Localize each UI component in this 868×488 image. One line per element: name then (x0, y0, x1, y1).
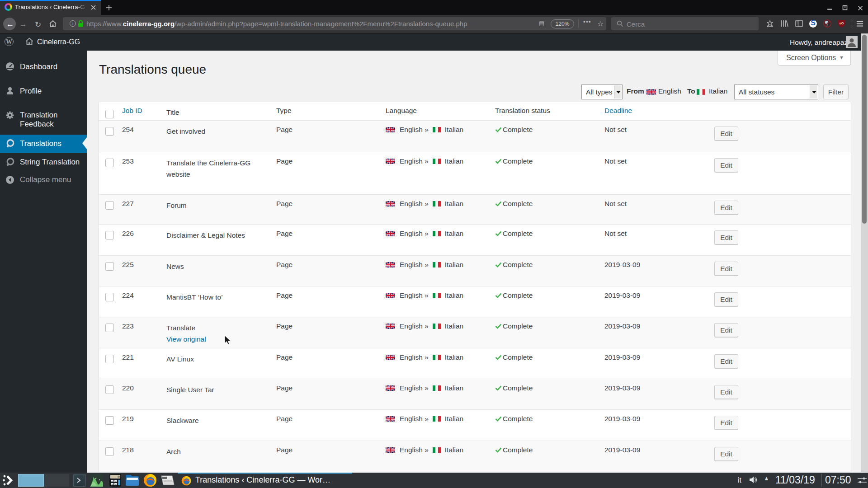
svg-text:uO: uO (840, 22, 844, 25)
svg-text:×: × (115, 483, 117, 486)
svg-text:+: + (111, 480, 113, 483)
svg-text:−: − (115, 480, 117, 483)
